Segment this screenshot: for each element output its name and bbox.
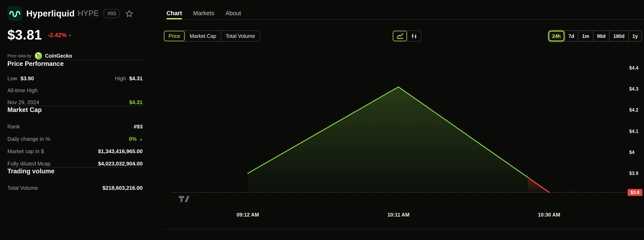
divider (163, 19, 644, 20)
ath-label: All-time High (8, 86, 142, 94)
y-axis-label: $4.2 (629, 107, 644, 113)
favorite-star-icon[interactable] (125, 9, 134, 18)
change-down-icon: ▼ (68, 34, 72, 37)
time-range-group: 24h 7d 1m 90d 180d 1y (548, 31, 642, 42)
range-button-1m[interactable]: 1m (578, 31, 593, 41)
stat-label: Total Volume (8, 185, 38, 191)
low-value: $3.90 (20, 75, 34, 81)
coingecko-icon (35, 52, 42, 60)
coingecko-attribution-link[interactable]: CoinGecko (45, 53, 72, 59)
chart-type-toggle-group (392, 31, 421, 42)
stat-row-total-volume: Total Volume $218,603,216.00 (8, 184, 142, 191)
price-change: -2.42% ▼ (48, 32, 72, 38)
ath-date: Nov 29, 2024 (8, 99, 39, 105)
price-chart-canvas (163, 45, 644, 229)
stat-value: $218,603,216.00 (102, 185, 142, 191)
trading-volume-heading: Trading volume (8, 168, 142, 175)
stat-label: Fully diluted Mcap (8, 160, 50, 167)
low-label: Low (8, 75, 17, 81)
low-pair: Low $3.90 (8, 75, 34, 81)
ath-value: $4.31 (129, 99, 142, 105)
range-button-24h[interactable]: 24h (548, 31, 564, 41)
x-axis-label: 10:30 AM (528, 212, 570, 218)
current-price: $3.81 (8, 27, 42, 43)
price-chart[interactable]: $3.8 $4.4$4.3$4.2$4.1$4$3.909:12 AM10:11… (163, 45, 644, 229)
attribution-prefix: Price data by (8, 54, 32, 58)
tab-markets[interactable]: Markets (193, 7, 214, 19)
range-button-90d[interactable]: 90d (593, 31, 609, 41)
stat-row-rank: Rank #93 (8, 123, 142, 130)
y-axis-label: $4.4 (629, 65, 644, 71)
coin-symbol: HYPE (78, 9, 99, 18)
chart-type-candlestick-button[interactable] (407, 31, 421, 41)
data-attribution: Price data by CoinGecko (8, 52, 142, 60)
range-button-7d[interactable]: 7d (564, 31, 578, 41)
area-fill-up (248, 87, 528, 192)
stat-value: 0% ▲ (129, 136, 142, 142)
x-axis-label: 09:12 AM (227, 212, 268, 218)
metric-button-market-cap[interactable]: Market Cap (185, 31, 221, 41)
tab-chart[interactable]: Chart (166, 7, 182, 19)
market-cap-heading: Market Cap (8, 106, 142, 114)
metric-toggle-group: Price Market Cap Total Volume (164, 31, 260, 42)
metric-button-price[interactable]: Price (164, 31, 185, 41)
tab-bar: Chart Markets About (166, 7, 241, 19)
stat-label: Rank (8, 123, 20, 130)
y-axis-label: $4 (629, 149, 644, 156)
price-performance-heading: Price Performance (8, 60, 142, 67)
y-axis-label: $4.3 (629, 86, 644, 92)
divider (163, 229, 644, 229)
range-button-1y[interactable]: 1y (628, 31, 642, 41)
chart-type-line-button[interactable] (393, 31, 407, 41)
coin-sidebar: Hyperliquid HYPE #93 $3.81 -2.42% ▼ Pric… (0, 0, 163, 240)
stat-row-fdv: Fully diluted Mcap $4,023,032,904.00 (8, 160, 142, 167)
metric-button-total-volume[interactable]: Total Volume (221, 31, 260, 41)
rank-badge: #93 (104, 9, 120, 18)
stat-row-market-cap: Market cap in $ $1,343,416,965.00 (8, 147, 142, 155)
high-value: $4.31 (129, 75, 142, 81)
current-price-badge: $3.8 (628, 189, 642, 196)
line-chart-icon (396, 33, 403, 39)
range-button-180d[interactable]: 180d (609, 31, 628, 41)
price-row: $3.81 -2.42% ▼ (8, 27, 142, 43)
tab-about[interactable]: About (226, 7, 241, 19)
hyperliquid-logo-icon (8, 6, 22, 21)
ath-row: Nov 29, 2024 $4.31 (8, 98, 142, 106)
app-window: Hyperliquid HYPE #93 $3.81 -2.42% ▼ Pric… (0, 0, 644, 240)
main-panel: Chart Markets About Price Market Cap Tot… (163, 0, 644, 240)
price-change-value: -2.42% (48, 32, 66, 38)
high-label: High (115, 75, 126, 81)
candlestick-icon (411, 33, 417, 39)
stat-value: $1,343,416,965.00 (98, 148, 142, 154)
tradingview-logo[interactable] (179, 196, 190, 202)
stat-value: #93 (134, 123, 142, 130)
y-axis-label: $3.9 (629, 170, 644, 177)
coin-header: Hyperliquid HYPE #93 (8, 6, 142, 21)
high-pair: High $4.31 (115, 75, 142, 81)
stat-label: Daily change in % (8, 136, 50, 142)
x-axis-label: 10:11 AM (378, 212, 419, 218)
stat-row-daily-change: Daily change in % 0% ▲ (8, 135, 142, 143)
low-high-row: Low $3.90 High $4.31 (8, 74, 142, 82)
stat-label: Market cap in $ (8, 148, 44, 154)
daily-change-value: 0% (129, 136, 137, 142)
coin-name: Hyperliquid (26, 9, 74, 19)
stat-value: $4,023,032,904.00 (98, 160, 142, 167)
change-up-icon: ▲ (139, 137, 142, 141)
y-axis-label: $4.1 (629, 128, 644, 135)
